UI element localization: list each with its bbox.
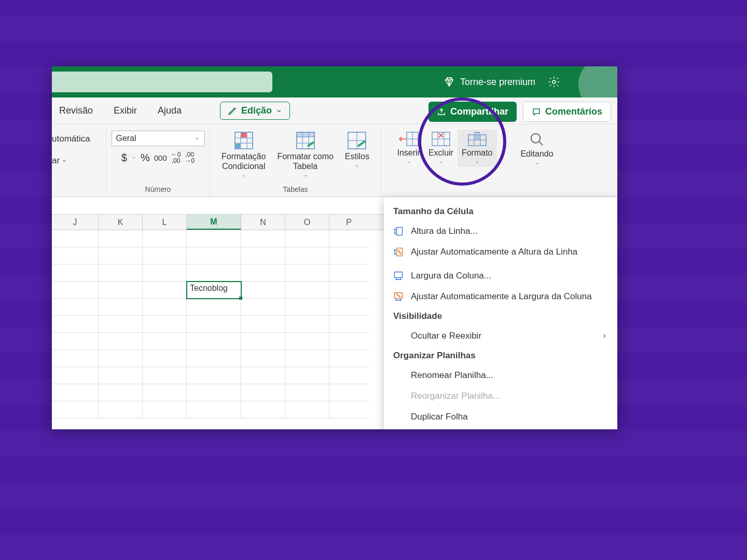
cell[interactable] [329,350,368,367]
cell[interactable] [52,384,99,401]
cell[interactable] [329,367,368,384]
cell[interactable] [241,333,285,350]
cell[interactable] [241,247,285,264]
cell[interactable] [285,282,329,299]
cell[interactable] [143,282,187,299]
cell[interactable] [285,333,329,350]
cell[interactable] [241,401,285,418]
cell[interactable] [99,401,143,418]
cell[interactable] [285,384,329,401]
menu-duplicate-sheet[interactable]: Duplicar Folha [384,407,617,427]
cell[interactable] [187,264,241,282]
cell[interactable] [187,247,241,264]
cell[interactable] [329,333,368,350]
tab-ajuda[interactable]: Ajuda [155,102,185,119]
settings-icon[interactable] [548,76,560,88]
active-cell[interactable]: Tecnoblog [187,282,241,299]
cell[interactable] [52,230,99,247]
cell[interactable] [99,247,143,264]
cell[interactable] [99,384,143,401]
col-header-O[interactable]: O [285,215,329,230]
editing-group-button[interactable]: Editando [516,130,557,168]
cell[interactable] [329,384,368,401]
cell[interactable] [52,264,99,282]
menu-autofit-row-height[interactable]: Ajustar Automaticamente a Altura da Linh… [384,242,617,262]
cell[interactable] [285,299,329,316]
delete-cells-button[interactable]: Excluir [424,130,458,167]
format-cells-button[interactable]: Formato [458,130,497,167]
cell[interactable] [99,333,143,350]
cell[interactable] [329,230,368,247]
menu-hide-unhide[interactable]: Ocultar e Reexibir [384,326,617,346]
cell[interactable] [187,367,241,384]
format-as-table-button[interactable]: Formatar como Tabela [273,130,337,180]
col-header-N[interactable]: N [241,215,285,230]
cell[interactable] [143,264,187,282]
cell[interactable] [52,401,99,418]
comments-button[interactable]: Comentários [523,102,611,122]
editing-mode-button[interactable]: Edição [220,102,290,120]
tab-revisao[interactable]: Revisão [56,102,96,119]
col-header-J[interactable]: J [52,215,99,230]
cell[interactable] [241,350,285,367]
cell[interactable] [99,264,143,282]
cell[interactable] [99,350,143,367]
menu-row-height[interactable]: Altura da Linha... [384,221,617,242]
cell[interactable] [143,401,187,418]
thousands-button[interactable]: 000 [154,153,167,162]
cell[interactable] [143,316,187,333]
percent-button[interactable]: % [141,152,150,164]
cell[interactable] [329,282,368,299]
cell[interactable] [143,299,187,316]
premium-button[interactable]: Torne-se premium [444,76,535,88]
cell[interactable] [143,384,187,401]
cell[interactable] [187,230,241,247]
tab-exibir[interactable]: Exibir [110,102,140,119]
cell[interactable] [241,264,285,282]
col-header-L[interactable]: L [143,215,187,230]
cell[interactable] [52,367,99,384]
cell[interactable] [329,401,368,418]
col-header-K[interactable]: K [99,215,143,230]
cell[interactable] [187,316,241,333]
cell-styles-button[interactable]: Estilos [341,130,374,180]
cell[interactable] [241,367,285,384]
cell[interactable] [241,316,285,333]
cell[interactable] [187,333,241,350]
ribbon-fragment-bottom[interactable]: ar [52,156,67,166]
cell[interactable] [143,350,187,367]
cell[interactable] [241,299,285,316]
cell[interactable] [329,264,368,282]
cell[interactable] [187,384,241,401]
cell[interactable] [52,247,99,264]
menu-rename-sheet[interactable]: Renomear Planilha... [384,365,617,386]
cell[interactable] [187,401,241,418]
cell[interactable] [99,282,143,299]
share-button[interactable]: Compartilhar [428,102,517,122]
cell[interactable] [285,264,329,282]
cell[interactable] [329,247,368,264]
cell[interactable] [52,333,99,350]
cell[interactable] [329,299,368,316]
cell[interactable] [99,299,143,316]
insert-cells-button[interactable]: Inserir [393,130,424,167]
cell[interactable] [285,350,329,367]
cell[interactable] [52,350,99,367]
cell[interactable] [241,282,285,299]
decrease-decimal-button[interactable]: ,00 →0 [185,151,195,164]
col-header-P[interactable]: P [329,215,368,230]
cell[interactable] [241,384,285,401]
conditional-formatting-button[interactable]: Formatação Condicional [217,130,270,180]
search-box[interactable] [52,72,272,92]
cell[interactable] [285,230,329,247]
cell[interactable] [99,230,143,247]
cell[interactable] [285,247,329,264]
cell[interactable] [99,367,143,384]
cell[interactable] [52,299,99,316]
cell[interactable] [143,367,187,384]
menu-column-width[interactable]: Largura da Coluna... [384,265,617,286]
cell[interactable] [241,230,285,247]
cell[interactable] [187,350,241,367]
cell[interactable] [99,316,143,333]
cell[interactable] [285,316,329,333]
